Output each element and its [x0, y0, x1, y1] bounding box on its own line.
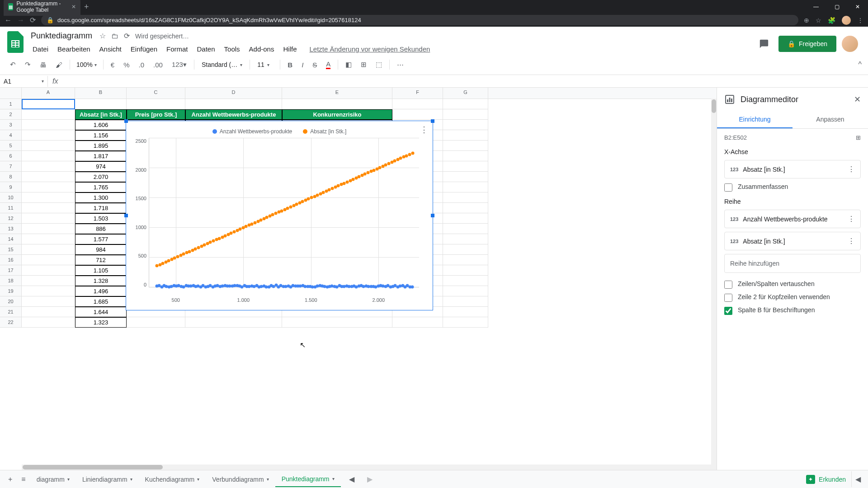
cell[interactable]	[443, 307, 488, 317]
cell[interactable]	[22, 99, 75, 109]
add-series-button[interactable]: Reihe hinzufügen	[724, 254, 861, 273]
window-close[interactable]: ✕	[847, 0, 868, 14]
cell[interactable]	[443, 130, 488, 141]
cell[interactable]	[443, 286, 488, 296]
account-avatar[interactable]	[842, 36, 858, 52]
new-tab-button[interactable]: +	[84, 2, 89, 12]
back-button[interactable]: ←	[5, 16, 12, 24]
cell[interactable]	[392, 317, 443, 328]
row-header[interactable]: 20	[0, 296, 22, 307]
menu-view[interactable]: Ansicht	[96, 43, 125, 55]
row-header[interactable]: 6	[0, 151, 22, 161]
all-sheets-button[interactable]: ≡	[17, 472, 30, 487]
chart-menu-icon[interactable]: ⋮	[420, 125, 428, 135]
cell[interactable]	[22, 276, 75, 286]
row-header[interactable]: 5	[0, 141, 22, 151]
window-minimize[interactable]: —	[806, 0, 826, 14]
menu-help[interactable]: Hilfe	[279, 43, 300, 55]
resize-handle[interactable]	[431, 214, 434, 217]
row-header[interactable]: 9	[0, 182, 22, 192]
row-header[interactable]: 17	[0, 265, 22, 276]
cell[interactable]	[443, 99, 488, 109]
cell[interactable]	[392, 99, 443, 109]
resize-handle[interactable]	[431, 119, 434, 123]
cell[interactable]	[185, 99, 282, 109]
cell[interactable]	[22, 244, 75, 255]
text-color-button[interactable]: A	[322, 57, 334, 72]
cell[interactable]	[443, 151, 488, 161]
cell[interactable]: 1.328	[75, 276, 127, 286]
sheet-tab[interactable]: Liniendiagramm ▾	[76, 472, 139, 487]
cell[interactable]: 1.644	[75, 307, 127, 317]
fill-color-button[interactable]: ◧	[342, 58, 355, 71]
side-panel-toggle[interactable]: ◀	[851, 471, 864, 487]
cell[interactable]: 1.765	[75, 182, 127, 192]
format-select[interactable]: 123▾	[168, 58, 190, 71]
sheet-nav-right[interactable]: ▶	[363, 471, 377, 487]
cell[interactable]	[127, 317, 185, 328]
row2-headers-checkbox[interactable]: Zeile 2 für Kopfzeilen verwenden	[724, 293, 861, 302]
cell[interactable]	[443, 161, 488, 172]
cell[interactable]: 1.300	[75, 192, 127, 203]
series-field[interactable]: 123 Anzahl Wettbewerbs-produkte ⋮	[724, 210, 861, 228]
tab-customize[interactable]: Anpassen	[793, 111, 868, 128]
cell[interactable]	[443, 317, 488, 328]
cell[interactable]	[282, 99, 392, 109]
explore-button[interactable]: ✦ Erkunden	[801, 472, 851, 487]
colb-labels-checkbox[interactable]: Spalte B für Beschriftungen	[724, 306, 861, 315]
cell[interactable]	[443, 265, 488, 276]
cell[interactable]	[22, 255, 75, 265]
sheet-tab[interactable]: Punktediagramm ▾	[275, 472, 341, 487]
browser-tab[interactable]: ▦ Punktediagramm - Google Tabel ✕	[4, 0, 80, 16]
sheet-tab[interactable]: diagramm ▾	[30, 472, 76, 487]
cell[interactable]	[22, 286, 75, 296]
cell[interactable]	[22, 161, 75, 172]
zoom-icon[interactable]: ⊕	[804, 17, 809, 24]
cell[interactable]: 712	[75, 255, 127, 265]
cell[interactable]	[22, 109, 75, 120]
more-button[interactable]: ⋯	[393, 58, 407, 71]
grid-icon[interactable]: ⊞	[856, 134, 861, 141]
last-edit-link[interactable]: Letzte Änderung vor wenigen Sekunden	[307, 43, 432, 55]
menu-format[interactable]: Format	[163, 43, 192, 55]
paint-format-button[interactable]: 🖌	[52, 58, 66, 71]
row-header[interactable]: 7	[0, 161, 22, 172]
chart[interactable]: ⋮ Anzahl Wettbewerbs-produkte Absatz [in…	[126, 121, 433, 310]
row-header[interactable]: 12	[0, 213, 22, 224]
cell[interactable]	[22, 213, 75, 224]
summarize-checkbox[interactable]: Zusammenfassen	[724, 183, 861, 192]
cell[interactable]: 1.156	[75, 130, 127, 141]
bold-button[interactable]: B	[284, 58, 296, 71]
cell[interactable]	[443, 120, 488, 130]
column-header[interactable]: G	[443, 88, 488, 99]
close-sidebar-button[interactable]: ✕	[854, 94, 861, 104]
menu-addons[interactable]: Add-ons	[245, 43, 278, 55]
move-icon[interactable]: 🗀	[111, 32, 118, 40]
field-menu-icon[interactable]: ⋮	[848, 165, 855, 174]
column-header[interactable]: A	[22, 88, 75, 99]
add-sheet-button[interactable]: +	[4, 472, 17, 487]
row-header[interactable]: 15	[0, 244, 22, 255]
cell[interactable]	[22, 141, 75, 151]
cell[interactable]: 1.895	[75, 141, 127, 151]
window-maximize[interactable]: ▢	[826, 0, 847, 14]
column-header[interactable]: D	[185, 88, 282, 99]
zoom-select[interactable]: 100%▾	[74, 59, 99, 70]
menu-tools[interactable]: Tools	[221, 43, 244, 55]
cell[interactable]: 2.070	[75, 172, 127, 182]
cell[interactable]	[282, 317, 392, 328]
menu-data[interactable]: Daten	[193, 43, 219, 55]
cell[interactable]: 1.503	[75, 213, 127, 224]
vertical-scrollbar[interactable]	[711, 99, 717, 470]
sheet-tab[interactable]: Kuchendiagramm ▾	[139, 472, 206, 487]
cell[interactable]: 1.685	[75, 296, 127, 307]
redo-button[interactable]: ↷	[21, 58, 34, 71]
increase-decimal-button[interactable]: .00	[150, 58, 166, 71]
column-header[interactable]: F	[392, 88, 443, 99]
star-icon[interactable]: ☆	[99, 32, 106, 40]
row-header[interactable]: 22	[0, 317, 22, 328]
series-field[interactable]: 123 Absatz [in Stk.] ⋮	[724, 232, 861, 250]
italic-button[interactable]: I	[298, 58, 307, 71]
cell[interactable]	[443, 141, 488, 151]
field-menu-icon[interactable]: ⋮	[848, 237, 855, 245]
